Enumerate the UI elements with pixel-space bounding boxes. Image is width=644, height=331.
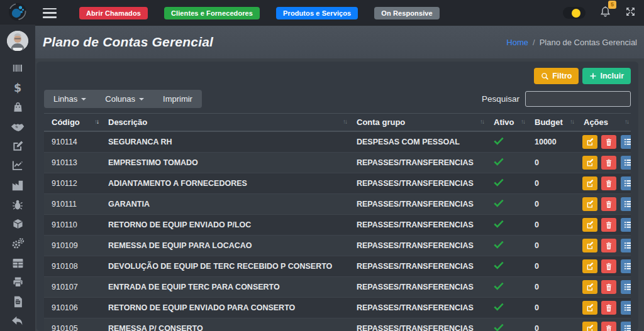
- search-input[interactable]: [525, 91, 631, 107]
- list-button[interactable]: [621, 259, 631, 273]
- sidebar-item-barcode[interactable]: [0, 58, 35, 78]
- edit-button[interactable]: [582, 280, 597, 294]
- breadcrumb-home-link[interactable]: Home: [506, 38, 528, 47]
- cell-codigo: 910113: [44, 153, 101, 173]
- edit-button[interactable]: [582, 239, 597, 252]
- edit-button[interactable]: [582, 259, 597, 273]
- sort-icon[interactable]: ↑↓: [570, 118, 574, 125]
- sidebar-item-pen-square[interactable]: [0, 136, 35, 156]
- table-row[interactable]: 910110 RETORNO DE EQUIP ENVIADO P/LOC RE…: [44, 215, 631, 236]
- delete-button[interactable]: [601, 218, 616, 232]
- cell-descricao: DEVOLUÇÃO DE EQUIP DE TERC RECEBIDO P CO…: [101, 256, 349, 277]
- column-header-conta-grupo[interactable]: Conta grupo↑↓: [349, 114, 486, 132]
- table-row[interactable]: 910105 REMESSA P/ CONSERTO REPASSES/TRAN…: [44, 318, 631, 331]
- table-header-row: Código↑↓ Descrição↑↓ Conta grupo↑↓ Ativo…: [44, 114, 631, 132]
- delete-button[interactable]: [601, 280, 616, 294]
- rows-dropdown[interactable]: Linhas: [44, 90, 96, 108]
- column-header-ativo[interactable]: Ativo↑↓: [486, 114, 527, 132]
- nav-button-abrir-chamados[interactable]: Abrir Chamados: [79, 7, 148, 19]
- user-avatar[interactable]: [7, 31, 28, 51]
- barcode-icon: [11, 62, 24, 74]
- edit-button[interactable]: [582, 197, 597, 211]
- sort-icon[interactable]: ↑↓: [94, 118, 98, 125]
- pen-square-icon: [12, 140, 24, 152]
- cell-descricao: REMESSA DE EQUIP PARA LOCACAO: [101, 236, 349, 256]
- list-button[interactable]: [621, 218, 631, 232]
- edit-button[interactable]: [582, 218, 597, 232]
- column-header-codigo[interactable]: Código↑↓: [44, 114, 101, 132]
- cell-codigo: 910110: [44, 215, 101, 236]
- fullscreen-button[interactable]: [625, 6, 636, 19]
- list-button[interactable]: [621, 135, 631, 149]
- table-row[interactable]: 910109 REMESSA DE EQUIP PARA LOCACAO REP…: [44, 236, 631, 256]
- list-button[interactable]: [621, 197, 631, 211]
- sort-icon[interactable]: ↑↓: [343, 118, 347, 125]
- sidebar-item-printer[interactable]: [0, 273, 35, 292]
- cell-descricao: REMESSA P/ CONSERTO: [101, 318, 349, 331]
- sidebar-item-handshake[interactable]: [0, 117, 35, 136]
- sidebar-item-industry[interactable]: [0, 175, 35, 195]
- list-icon: [624, 180, 631, 187]
- notifications-button[interactable]: 5: [599, 5, 611, 21]
- columns-dropdown[interactable]: Colunas: [96, 90, 153, 108]
- edit-button[interactable]: [582, 301, 597, 315]
- include-button[interactable]: Incluir: [582, 68, 631, 84]
- sidebar-item-dollar[interactable]: $: [0, 78, 35, 97]
- delete-button[interactable]: [601, 322, 616, 331]
- print-button[interactable]: Imprimir: [153, 90, 202, 108]
- sidebar-item-box[interactable]: [0, 214, 35, 234]
- table-row[interactable]: 910114 SEGURANCA RH DESPESAS COM PESSOAL…: [44, 131, 631, 153]
- delete-button[interactable]: [601, 239, 616, 252]
- check-icon: [494, 282, 504, 290]
- delete-button[interactable]: [601, 156, 616, 170]
- nav-button-produtos-e-servi-os[interactable]: Produtos e Serviços: [276, 7, 358, 19]
- delete-button[interactable]: [601, 176, 616, 190]
- edit-button[interactable]: [582, 135, 597, 149]
- table-toolbar: Linhas Colunas Imprimir Pesquisar: [44, 90, 631, 108]
- sort-icon[interactable]: ↑↓: [625, 118, 628, 125]
- sidebar-item-reply[interactable]: [0, 312, 35, 331]
- table-row[interactable]: 910112 ADIANTAMENTO A FORNECEDORES REPAS…: [44, 173, 631, 194]
- delete-button[interactable]: [601, 135, 616, 149]
- table-row[interactable]: 910107 ENTRADA DE EQUIP TERC PARA CONSER…: [44, 277, 631, 298]
- column-header-budget[interactable]: Budget↑↓: [527, 114, 576, 132]
- list-button[interactable]: [621, 280, 631, 294]
- filter-button[interactable]: Filtro: [534, 68, 579, 84]
- list-button[interactable]: [621, 301, 631, 315]
- sort-icon[interactable]: ↑↓: [521, 118, 525, 125]
- trash-icon: [605, 325, 613, 331]
- nav-button-on-responsive[interactable]: On Responsive: [374, 7, 439, 19]
- list-button[interactable]: [621, 156, 631, 170]
- list-button[interactable]: [621, 322, 631, 331]
- check-icon: [494, 199, 504, 207]
- edit-button[interactable]: [582, 176, 597, 190]
- delete-button[interactable]: [601, 197, 616, 211]
- delete-button[interactable]: [601, 259, 616, 273]
- table-row[interactable]: 910106 RETORNO DE EQUIP ENVIADO PARA CON…: [44, 298, 631, 318]
- sidebar-item-table[interactable]: [0, 253, 35, 273]
- table-row[interactable]: 910108 DEVOLUÇÃO DE EQUIP DE TERC RECEBI…: [44, 256, 631, 277]
- hamburger-icon[interactable]: [43, 8, 57, 18]
- sidebar-item-cogs[interactable]: [0, 234, 35, 253]
- column-header-acoes[interactable]: Ações↑↓: [576, 114, 631, 132]
- list-button[interactable]: [621, 176, 631, 190]
- nav-button-clientes-e-fornecedores[interactable]: Clientes e Fornecedores: [164, 7, 260, 19]
- cell-codigo: 910114: [44, 131, 101, 153]
- column-header-descricao[interactable]: Descrição↑↓: [101, 114, 349, 132]
- check-icon: [494, 303, 504, 311]
- edit-button[interactable]: [582, 156, 597, 170]
- app-logo[interactable]: [0, 0, 35, 24]
- sidebar-item-file-invoice[interactable]: [0, 292, 35, 312]
- table-row[interactable]: 910111 GARANTIA REPASSES/TRANSFERENCIAS …: [44, 194, 631, 215]
- edit-button[interactable]: [582, 322, 597, 331]
- search-label: Pesquisar: [482, 94, 519, 104]
- table-row[interactable]: 910113 EMPRESTIMO TOMADO REPASSES/TRANSF…: [44, 153, 631, 173]
- edit-icon: [586, 200, 594, 209]
- sidebar-item-bug[interactable]: [0, 195, 35, 214]
- delete-button[interactable]: [601, 301, 616, 315]
- sidebar-item-shopping-bag[interactable]: [0, 97, 35, 117]
- theme-toggle[interactable]: [563, 7, 586, 19]
- list-button[interactable]: [621, 239, 631, 252]
- sort-icon[interactable]: ↑↓: [480, 118, 484, 125]
- sidebar-item-chart-line[interactable]: [0, 156, 35, 175]
